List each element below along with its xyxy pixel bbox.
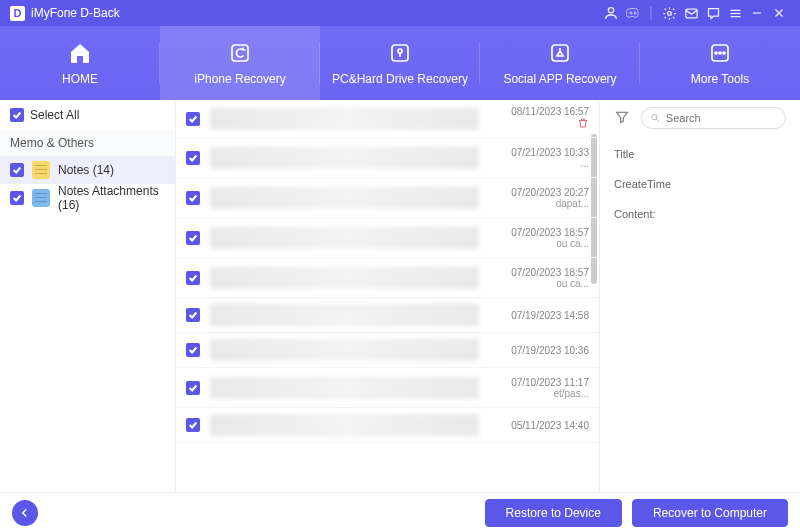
list-item[interactable]: 07/19/2023 10:36 <box>176 333 599 368</box>
note-date: 08/11/2023 16:57 <box>511 106 589 117</box>
nav-iphone-recovery[interactable]: iPhone Recovery <box>160 26 320 100</box>
note-date: 05/11/2023 14:40 <box>511 420 589 431</box>
checkbox[interactable] <box>186 308 200 322</box>
titlebar: D iMyFone D-Back <box>0 0 800 26</box>
notes-icon <box>32 161 50 179</box>
mail-icon[interactable] <box>680 6 702 21</box>
settings-icon[interactable] <box>658 6 680 21</box>
note-meta: 08/11/2023 16:57 <box>489 106 589 131</box>
close-icon[interactable] <box>768 6 790 20</box>
note-meta: 05/11/2023 14:40 <box>489 420 589 431</box>
select-all-row[interactable]: Select All <box>0 100 175 130</box>
note-snippet: ou ca... <box>556 278 589 289</box>
trash-icon <box>573 117 589 131</box>
more-icon <box>708 41 732 65</box>
note-preview <box>210 227 479 249</box>
note-preview <box>210 267 479 289</box>
note-date: 07/19/2023 14:58 <box>511 310 589 321</box>
svg-point-2 <box>667 11 671 15</box>
recover-to-computer-button[interactable]: Recover to Computer <box>632 499 788 527</box>
select-all-checkbox[interactable] <box>10 108 24 122</box>
nav-label: More Tools <box>691 72 749 86</box>
svg-point-18 <box>652 114 657 119</box>
sidebar-item-attachments[interactable]: Notes Attachments (16) <box>0 184 175 212</box>
checkbox[interactable] <box>186 271 200 285</box>
checkbox[interactable] <box>186 191 200 205</box>
nav-label: PC&Hard Drive Recovery <box>332 72 468 86</box>
main-nav: HOME iPhone Recovery PC&Hard Drive Recov… <box>0 26 800 100</box>
list-item[interactable]: 07/19/2023 14:58 <box>176 298 599 333</box>
list-item[interactable]: 07/10/2023 11:17et/pas... <box>176 368 599 408</box>
list-item[interactable]: 05/11/2023 14:40 <box>176 408 599 443</box>
detail-content-label: Content: <box>614 208 786 220</box>
account-icon[interactable] <box>600 5 622 21</box>
search-icon <box>650 112 661 124</box>
checkbox[interactable] <box>10 163 24 177</box>
home-icon <box>68 41 92 65</box>
note-snippet: dapat... <box>556 198 589 209</box>
note-meta: 07/20/2023 18:57ou ca... <box>489 267 589 289</box>
svg-rect-13 <box>552 45 568 61</box>
discord-icon[interactable] <box>622 5 644 21</box>
app-logo: D <box>10 6 25 21</box>
list-item[interactable]: 07/20/2023 18:57ou ca... <box>176 218 599 258</box>
restore-to-device-button[interactable]: Restore to Device <box>485 499 622 527</box>
svg-line-19 <box>657 119 659 121</box>
checkbox[interactable] <box>186 343 200 357</box>
checkbox[interactable] <box>186 112 200 126</box>
refresh-icon <box>228 41 252 65</box>
app-title: iMyFone D-Back <box>31 6 120 20</box>
svg-point-17 <box>723 52 725 54</box>
nav-social-recovery[interactable]: Social APP Recovery <box>480 26 640 100</box>
svg-point-12 <box>398 49 402 53</box>
nav-label: Social APP Recovery <box>503 72 616 86</box>
note-date: 07/21/2023 10:33 <box>511 147 589 158</box>
feedback-icon[interactable] <box>702 6 724 21</box>
checkbox[interactable] <box>186 381 200 395</box>
sidebar-item-label: Notes (14) <box>58 163 114 177</box>
note-meta: 07/21/2023 10:33... <box>489 147 589 169</box>
nav-label: HOME <box>62 72 98 86</box>
checkbox[interactable] <box>186 231 200 245</box>
drive-icon <box>388 41 412 65</box>
app-icon <box>548 41 572 65</box>
note-snippet: et/pas... <box>553 388 589 399</box>
note-meta: 07/19/2023 14:58 <box>489 310 589 321</box>
note-date: 07/20/2023 18:57 <box>511 227 589 238</box>
note-meta: 07/19/2023 10:36 <box>489 345 589 356</box>
checkbox[interactable] <box>186 418 200 432</box>
search-input[interactable] <box>666 112 777 124</box>
list-item[interactable]: 07/21/2023 10:33... <box>176 138 599 178</box>
list-item[interactable]: 07/20/2023 20:27dapat... <box>176 178 599 218</box>
note-meta: 07/20/2023 18:57ou ca... <box>489 227 589 249</box>
filter-icon[interactable] <box>614 109 631 127</box>
note-date: 07/20/2023 20:27 <box>511 187 589 198</box>
nav-pc-recovery[interactable]: PC&Hard Drive Recovery <box>320 26 480 100</box>
menu-icon[interactable] <box>724 6 746 21</box>
nav-home[interactable]: HOME <box>0 26 160 100</box>
svg-point-0 <box>608 8 613 13</box>
sidebar-item-label: Notes Attachments (16) <box>58 184 165 212</box>
sidebar-item-notes[interactable]: Notes (14) <box>0 156 175 184</box>
note-preview <box>210 304 479 326</box>
sidebar: Select All Memo & Others Notes (14) Note… <box>0 100 176 492</box>
detail-title-label: Title <box>614 148 786 160</box>
select-all-label: Select All <box>30 108 79 122</box>
note-meta: 07/20/2023 20:27dapat... <box>489 187 589 209</box>
list-item[interactable]: 08/11/2023 16:57 <box>176 100 599 138</box>
note-preview <box>210 147 479 169</box>
back-button[interactable] <box>12 500 38 526</box>
note-preview <box>210 377 479 399</box>
checkbox[interactable] <box>186 151 200 165</box>
svg-point-15 <box>715 52 717 54</box>
titlebar-divider <box>644 6 658 20</box>
list-item[interactable]: 07/20/2023 18:57ou ca... <box>176 258 599 298</box>
search-box[interactable] <box>641 107 786 129</box>
checkbox[interactable] <box>10 191 24 205</box>
note-preview <box>210 108 479 130</box>
minimize-icon[interactable] <box>746 6 768 20</box>
nav-more-tools[interactable]: More Tools <box>640 26 800 100</box>
svg-point-16 <box>719 52 721 54</box>
attachments-icon <box>32 189 50 207</box>
nav-label: iPhone Recovery <box>194 72 285 86</box>
